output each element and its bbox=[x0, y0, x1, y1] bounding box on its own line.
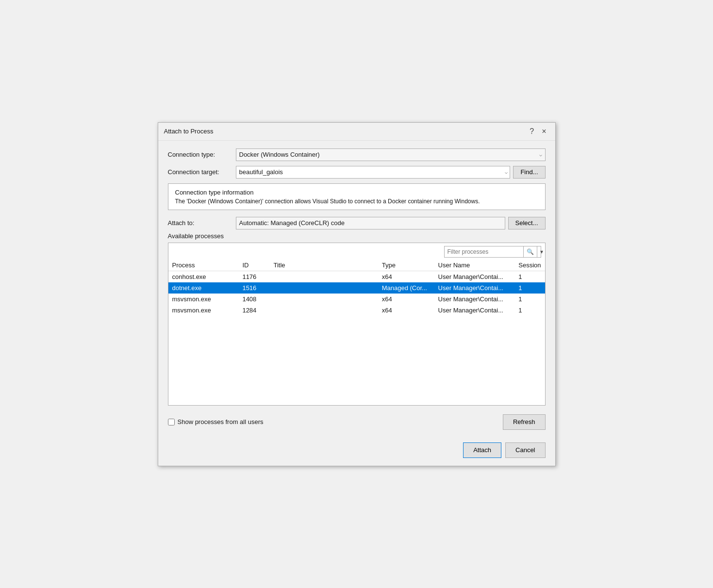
show-all-users-text: Show processes from all users bbox=[178, 418, 264, 425]
chevron-down-icon: ⌵ bbox=[539, 152, 542, 157]
close-button[interactable]: × bbox=[539, 127, 549, 136]
bottom-bar: Show processes from all users Refresh bbox=[168, 410, 546, 432]
table-row[interactable]: conhost.exe1176x64User Manager\Contai...… bbox=[168, 271, 545, 282]
table-cell: User Manager\Contai... bbox=[434, 271, 515, 282]
connection-type-row: Connection type: Docker (Windows Contain… bbox=[168, 148, 546, 161]
attach-button[interactable]: Attach bbox=[463, 442, 501, 458]
table-cell: 1 bbox=[514, 305, 545, 316]
process-table-container: Process ID Title Type User Name Session … bbox=[168, 260, 545, 405]
table-row[interactable]: dotnet.exe1516Managed (Cor...User Manage… bbox=[168, 282, 545, 294]
info-text: The 'Docker (Windows Container)' connect… bbox=[175, 198, 538, 205]
chevron-down-icon: ⌵ bbox=[505, 169, 508, 175]
col-process: Process bbox=[168, 260, 239, 271]
table-cell: 1284 bbox=[238, 305, 269, 316]
table-row[interactable]: msvsmon.exe1284x64User Manager\Contai...… bbox=[168, 305, 545, 316]
table-row[interactable]: msvsmon.exe1408x64User Manager\Contai...… bbox=[168, 294, 545, 305]
table-cell: User Manager\Contai... bbox=[434, 282, 515, 294]
header-row: Process ID Title Type User Name Session bbox=[168, 260, 545, 271]
connection-target-row: Connection target: beautiful_galois ⌵ Fi… bbox=[168, 166, 546, 179]
filter-processes-input[interactable] bbox=[445, 247, 523, 256]
table-cell: x64 bbox=[378, 294, 434, 305]
table-cell: 1408 bbox=[238, 294, 269, 305]
table-cell: 1 bbox=[514, 282, 545, 294]
table-cell: User Manager\Contai... bbox=[434, 294, 515, 305]
attach-to-value: Automatic: Managed (CoreCLR) code bbox=[239, 219, 345, 227]
connection-type-select[interactable]: Docker (Windows Container) ⌵ bbox=[236, 148, 546, 161]
table-cell: dotnet.exe bbox=[168, 282, 239, 294]
refresh-button[interactable]: Refresh bbox=[503, 414, 546, 430]
connection-type-label: Connection type: bbox=[168, 151, 236, 158]
title-bar-controls: ? × bbox=[527, 127, 549, 136]
process-table-header: Process ID Title Type User Name Session bbox=[168, 260, 545, 271]
table-cell: x64 bbox=[378, 305, 434, 316]
show-all-users-checkbox[interactable] bbox=[168, 419, 175, 425]
title-bar: Attach to Process ? × bbox=[158, 123, 555, 141]
col-id: ID bbox=[238, 260, 269, 271]
table-cell bbox=[269, 271, 378, 282]
table-cell bbox=[269, 305, 378, 316]
table-cell: conhost.exe bbox=[168, 271, 239, 282]
connection-target-control: beautiful_galois ⌵ Find... bbox=[236, 166, 546, 179]
connection-target-value: beautiful_galois bbox=[239, 168, 283, 176]
table-cell: Managed (Cor... bbox=[378, 282, 434, 294]
help-button[interactable]: ? bbox=[527, 127, 537, 136]
table-cell: 1516 bbox=[238, 282, 269, 294]
connection-target-label: Connection target: bbox=[168, 168, 236, 176]
process-table: Process ID Title Type User Name Session … bbox=[168, 260, 545, 316]
dialog-footer: Attach Cancel bbox=[158, 438, 555, 466]
info-section: Connection type information The 'Docker … bbox=[168, 183, 546, 210]
attach-to-process-dialog: Attach to Process ? × Connection type: D… bbox=[158, 122, 556, 466]
table-cell: msvsmon.exe bbox=[168, 305, 239, 316]
col-session: Session bbox=[514, 260, 545, 271]
attach-to-input: Automatic: Managed (CoreCLR) code bbox=[236, 217, 505, 229]
table-cell: x64 bbox=[378, 271, 434, 282]
col-title: Title bbox=[269, 260, 378, 271]
connection-type-control: Docker (Windows Container) ⌵ bbox=[236, 148, 546, 161]
filter-bar: 🔍 ▾ bbox=[168, 243, 545, 260]
find-button[interactable]: Find... bbox=[513, 166, 545, 179]
col-username: User Name bbox=[434, 260, 515, 271]
table-cell bbox=[269, 282, 378, 294]
filter-dropdown-button[interactable]: ▾ bbox=[537, 246, 546, 257]
available-processes-label: Available processes bbox=[168, 232, 546, 240]
search-icon[interactable]: 🔍 bbox=[523, 246, 537, 257]
connection-target-input[interactable]: beautiful_galois ⌵ bbox=[236, 166, 511, 179]
attach-to-row: Attach to: Automatic: Managed (CoreCLR) … bbox=[168, 217, 546, 229]
available-processes-section: 🔍 ▾ Process ID Title Type User Name Sess… bbox=[168, 243, 546, 406]
table-cell: 1 bbox=[514, 294, 545, 305]
table-cell: User Manager\Contai... bbox=[434, 305, 515, 316]
table-cell: msvsmon.exe bbox=[168, 294, 239, 305]
cancel-button[interactable]: Cancel bbox=[505, 442, 545, 458]
table-cell: 1 bbox=[514, 271, 545, 282]
process-table-body: conhost.exe1176x64User Manager\Contai...… bbox=[168, 271, 545, 316]
attach-to-control: Automatic: Managed (CoreCLR) code Select… bbox=[236, 217, 546, 229]
table-cell bbox=[269, 294, 378, 305]
connection-type-value: Docker (Windows Container) bbox=[239, 151, 320, 158]
col-type: Type bbox=[378, 260, 434, 271]
info-title: Connection type information bbox=[175, 189, 538, 196]
show-all-users-label[interactable]: Show processes from all users bbox=[168, 418, 264, 425]
select-button[interactable]: Select... bbox=[508, 217, 546, 229]
dialog-body: Connection type: Docker (Windows Contain… bbox=[158, 141, 555, 438]
table-cell: 1176 bbox=[238, 271, 269, 282]
filter-input-wrap: 🔍 ▾ bbox=[444, 246, 541, 258]
title-bar-left: Attach to Process bbox=[164, 128, 214, 135]
dialog-title: Attach to Process bbox=[164, 128, 214, 135]
attach-to-label: Attach to: bbox=[168, 219, 236, 227]
